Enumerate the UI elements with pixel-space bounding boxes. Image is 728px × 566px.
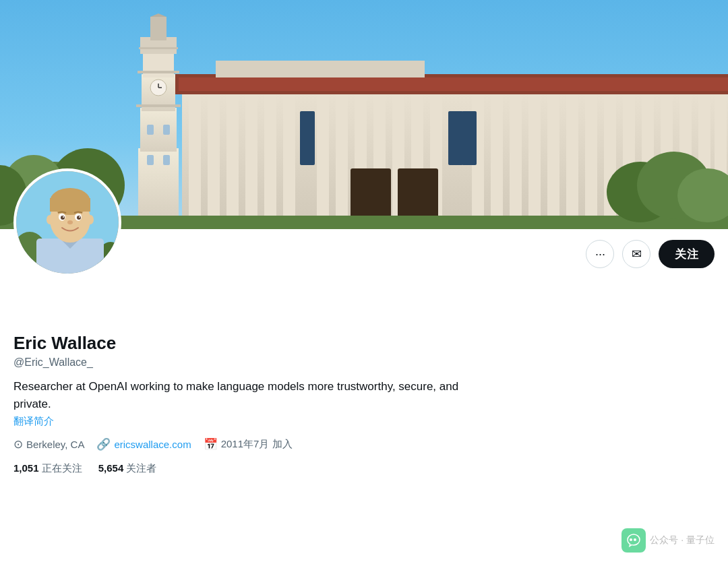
following-count: 1,051 xyxy=(13,462,39,474)
svg-rect-17 xyxy=(163,155,170,165)
svg-rect-19 xyxy=(138,71,179,73)
display-name: Eric Wallace xyxy=(13,333,715,354)
following-label: 正在关注 xyxy=(42,462,82,474)
svg-rect-20 xyxy=(139,47,178,49)
svg-rect-29 xyxy=(264,94,276,216)
svg-rect-5 xyxy=(140,108,177,152)
link-icon: 🔗 xyxy=(96,437,111,451)
username: @Eric_Wallace_ xyxy=(13,356,715,369)
following-stat[interactable]: 1,051 正在关注 xyxy=(13,462,82,475)
svg-rect-32 xyxy=(336,94,348,216)
location-icon: ⊙ xyxy=(13,437,23,451)
follow-button[interactable]: 关注 xyxy=(659,240,715,268)
svg-rect-15 xyxy=(163,125,170,135)
svg-rect-14 xyxy=(147,125,154,135)
avatar-wrapper xyxy=(13,168,121,276)
calendar-icon: 📅 xyxy=(204,437,218,451)
svg-rect-16 xyxy=(147,155,154,165)
svg-rect-40 xyxy=(510,94,522,216)
svg-rect-9 xyxy=(150,17,166,40)
wechat-logo xyxy=(621,528,646,553)
meta-info: ⊙ Berkeley, CA 🔗 ericswallace.com 📅 2011… xyxy=(13,437,715,451)
svg-rect-41 xyxy=(528,94,541,216)
followers-count: 5,654 xyxy=(98,462,124,474)
svg-rect-18 xyxy=(136,104,181,107)
svg-rect-23 xyxy=(216,61,425,77)
message-button[interactable]: ✉ xyxy=(622,240,650,268)
location-item: ⊙ Berkeley, CA xyxy=(13,437,84,451)
profile-section: ··· ✉ 关注 Eric Wallace @Eric_Wallace_ Res… xyxy=(0,229,728,489)
bio: Researcher at OpenAI working to make lan… xyxy=(13,378,472,412)
more-options-button[interactable]: ··· xyxy=(586,240,614,268)
followers-stat[interactable]: 5,654 关注者 xyxy=(98,462,157,475)
svg-point-83 xyxy=(634,538,636,541)
profile-info: Eric Wallace @Eric_Wallace_ Researcher a… xyxy=(13,279,715,489)
svg-point-80 xyxy=(47,215,53,224)
svg-rect-54 xyxy=(462,111,477,165)
watermark-text: 公众号 · 量子位 xyxy=(650,534,715,546)
svg-point-75 xyxy=(61,216,65,220)
website-link[interactable]: ericswallace.com xyxy=(114,439,191,450)
joined-text: 2011年7月 加入 xyxy=(221,438,293,451)
svg-rect-44 xyxy=(585,94,597,216)
mail-icon: ✉ xyxy=(632,247,642,261)
svg-point-77 xyxy=(63,216,64,218)
svg-point-78 xyxy=(79,216,80,218)
location-text: Berkeley, CA xyxy=(26,439,84,450)
more-icon: ··· xyxy=(595,247,605,261)
svg-point-81 xyxy=(87,215,94,224)
svg-rect-39 xyxy=(491,94,503,216)
svg-rect-72 xyxy=(50,198,90,212)
svg-rect-26 xyxy=(208,94,220,216)
svg-rect-28 xyxy=(245,94,257,216)
followers-label: 关注者 xyxy=(126,462,156,474)
svg-rect-43 xyxy=(566,94,578,216)
translate-link[interactable]: 翻译简介 xyxy=(13,415,715,428)
svg-rect-31 xyxy=(317,94,329,216)
svg-rect-25 xyxy=(189,94,201,216)
svg-rect-27 xyxy=(226,94,239,216)
avatar xyxy=(16,171,119,274)
joined-item: 📅 2011年7月 加入 xyxy=(204,437,293,451)
svg-rect-53 xyxy=(448,111,463,165)
svg-rect-4 xyxy=(138,148,179,216)
svg-rect-30 xyxy=(283,94,295,216)
svg-rect-52 xyxy=(300,111,315,165)
watermark: 公众号 · 量子位 xyxy=(621,528,715,553)
svg-point-79 xyxy=(67,220,73,224)
svg-point-82 xyxy=(630,538,632,541)
svg-point-76 xyxy=(77,216,81,220)
svg-rect-22 xyxy=(179,77,728,91)
follow-stats: 1,051 正在关注 5,654 关注者 xyxy=(13,462,715,475)
svg-rect-42 xyxy=(547,94,559,216)
website-item: 🔗 ericswallace.com xyxy=(96,437,191,451)
